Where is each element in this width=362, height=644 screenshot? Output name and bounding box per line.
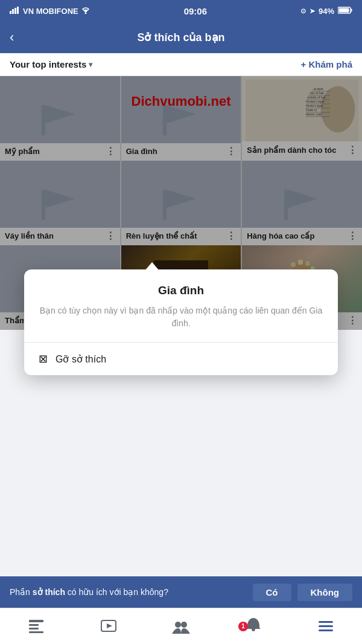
svg-rect-2 bbox=[14, 8, 16, 14]
modal-overlay: Gia đình Bạn có tùy chọn này vì bạn đã n… bbox=[0, 76, 362, 330]
dropdown-icon: ▾ bbox=[89, 60, 92, 69]
svg-point-48 bbox=[175, 622, 181, 628]
nav-item-notifications[interactable]: 1 bbox=[217, 608, 290, 644]
svg-rect-0 bbox=[10, 11, 11, 14]
svg-point-49 bbox=[181, 622, 187, 628]
carrier-name: VN MOBIFONE bbox=[23, 7, 78, 16]
feedback-buttons: Có Không bbox=[253, 584, 352, 601]
wifi-icon bbox=[81, 7, 91, 16]
nav-item-news-feed[interactable] bbox=[0, 608, 72, 644]
page-title: Sở thích của bạn bbox=[10, 31, 352, 44]
battery-percent: 94% bbox=[319, 7, 334, 16]
modal-title: Gia đình bbox=[36, 284, 326, 297]
nav-item-menu[interactable] bbox=[290, 608, 362, 644]
svg-rect-52 bbox=[319, 630, 333, 631]
feedback-bar: Phần sở thích có hữu ích với bạn không? … bbox=[0, 576, 362, 608]
interest-modal: Gia đình Bạn có tùy chọn này vì bạn đã n… bbox=[24, 269, 338, 375]
bottom-navigation: 1 bbox=[0, 608, 362, 644]
svg-rect-45 bbox=[29, 631, 43, 633]
svg-rect-7 bbox=[338, 8, 349, 12]
status-time: 09:06 bbox=[184, 6, 207, 16]
yes-button[interactable]: Có bbox=[253, 584, 291, 601]
arrow-icon: ➤ bbox=[310, 7, 315, 15]
explore-button[interactable]: + Khám phá bbox=[301, 59, 352, 69]
app-header: ‹ Sở thích của bạn bbox=[0, 22, 362, 53]
modal-description: Bạn có tùy chọn này vì bạn đã nhấp vào m… bbox=[36, 304, 326, 330]
remove-interest-label: Gỡ sở thích bbox=[56, 353, 106, 365]
svg-rect-42 bbox=[29, 620, 43, 622]
remove-icon: ⊠ bbox=[36, 352, 49, 365]
svg-rect-6 bbox=[351, 8, 352, 11]
svg-point-4 bbox=[84, 12, 86, 14]
svg-rect-3 bbox=[17, 7, 19, 14]
status-bar: VN MOBIFONE 09:06 ⊙ ➤ 94% bbox=[0, 0, 362, 22]
status-right: ⊙ ➤ 94% bbox=[300, 7, 352, 16]
svg-rect-51 bbox=[319, 625, 333, 627]
svg-rect-1 bbox=[12, 9, 14, 14]
signal-icon bbox=[10, 6, 21, 16]
svg-rect-43 bbox=[29, 624, 39, 626]
remove-interest-action[interactable]: ⊠ Gỡ sở thích bbox=[36, 343, 326, 375]
notification-badge: 1 bbox=[238, 622, 248, 631]
svg-marker-47 bbox=[107, 623, 112, 628]
svg-rect-44 bbox=[29, 628, 39, 630]
feedback-text: Phần sở thích có hữu ích với bạn không? bbox=[10, 587, 168, 597]
nav-item-friends[interactable] bbox=[145, 608, 217, 644]
interests-label[interactable]: Your top interests ▾ bbox=[10, 59, 92, 69]
back-button[interactable]: ‹ bbox=[10, 30, 14, 45]
status-left: VN MOBIFONE bbox=[10, 6, 91, 16]
location-icon: ⊙ bbox=[300, 7, 306, 15]
nav-item-watch[interactable] bbox=[72, 608, 145, 644]
no-button[interactable]: Không bbox=[297, 584, 352, 601]
battery-icon bbox=[338, 7, 352, 16]
svg-rect-50 bbox=[319, 621, 333, 623]
interests-bar: Your top interests ▾ + Khám phá bbox=[0, 53, 362, 76]
